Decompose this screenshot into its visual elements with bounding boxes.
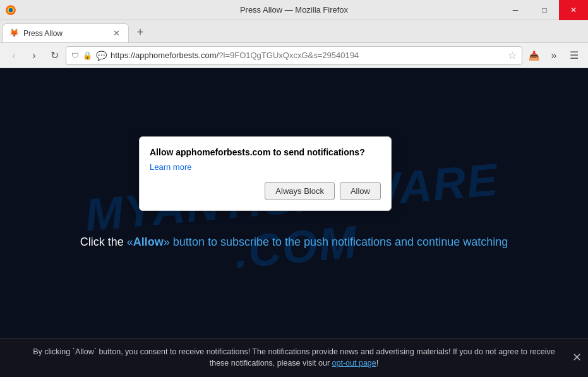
minimize-button[interactable]: ─ <box>501 0 530 20</box>
forward-icon: › <box>32 50 35 61</box>
allow-word: Allow <box>133 235 164 248</box>
bottom-text-2: these notifications, please visit our <box>210 359 332 368</box>
menu-button[interactable]: ☰ <box>565 47 583 64</box>
refresh-button[interactable]: ↻ <box>45 47 63 64</box>
close-button[interactable]: ✕ <box>559 0 588 20</box>
tab-title: Press Allow <box>23 29 107 38</box>
window-controls: ─ □ ✕ <box>501 0 588 20</box>
shield-icon: 🛡 <box>71 51 79 60</box>
bottom-text-1: By clicking `Allow` button, you consent … <box>33 347 555 356</box>
main-message: Click the «Allow» button to subscribe to… <box>59 235 529 248</box>
url-base: https://apphomeforbests.com/ <box>111 51 219 60</box>
svg-point-2 <box>9 8 13 12</box>
allow-button[interactable]: Allow <box>340 182 381 200</box>
extensions-icon: » <box>551 50 557 61</box>
notification-icon: 💬 <box>96 51 107 61</box>
opt-out-link[interactable]: opt-out page <box>332 359 376 368</box>
new-tab-button[interactable]: + <box>131 23 149 41</box>
window-title: Press Allow — Mozilla Firefox <box>240 5 348 15</box>
url-path: ?l=9FO1QgTGUxQxcxG&s=29540194 <box>219 51 359 60</box>
nav-right-buttons: 📥 » ☰ <box>525 47 583 64</box>
extensions-button[interactable]: » <box>545 47 563 64</box>
guillemet-open: « <box>127 235 133 248</box>
clicking-word: clicking <box>44 347 70 356</box>
lock-icon: 🔒 <box>83 51 92 60</box>
bottom-notification-bar: By clicking `Allow` button, you consent … <box>0 338 588 378</box>
tab-close-button[interactable]: ✕ <box>111 28 122 39</box>
back-button[interactable]: ‹ <box>5 47 23 64</box>
active-tab[interactable]: 🦊 Press Allow ✕ <box>3 23 129 42</box>
tab-bar: 🦊 Press Allow ✕ + <box>0 20 588 43</box>
firefox-icon <box>5 4 16 16</box>
pocket-button[interactable]: 📥 <box>525 47 543 64</box>
popup-question: Allow apphomeforbests.com to send notifi… <box>150 147 381 157</box>
pocket-icon: 📥 <box>529 51 539 61</box>
bottom-bar-text: By clicking `Allow` button, you consent … <box>25 346 563 370</box>
url-display: https://apphomeforbests.com/?l=9FO1QgTGU… <box>111 51 504 60</box>
bookmark-icon[interactable]: ☆ <box>508 49 517 61</box>
bottom-text-3: ! <box>376 359 378 368</box>
guillemet-close: » <box>164 235 170 248</box>
hamburger-icon: ☰ <box>570 49 579 61</box>
address-bar[interactable]: 🛡 🔒 💬 https://apphomeforbests.com/?l=9FO… <box>66 46 522 65</box>
forward-button[interactable]: › <box>25 47 43 64</box>
popup-buttons: Always Block Allow <box>150 182 381 200</box>
learn-more-link[interactable]: Learn more <box>150 162 381 172</box>
browser-window: Press Allow — Mozilla Firefox ─ □ ✕ 🦊 Pr… <box>0 0 588 377</box>
always-block-button[interactable]: Always Block <box>265 182 335 200</box>
notification-popup: Allow apphomeforbests.com to send notifi… <box>139 136 392 211</box>
content-area: MYANTISPYWARE.COM Click the «Allow» butt… <box>0 68 588 377</box>
maximize-button[interactable]: □ <box>530 0 559 20</box>
title-bar: Press Allow — Mozilla Firefox ─ □ ✕ <box>0 0 588 20</box>
nav-bar: ‹ › ↻ 🛡 🔒 💬 https://apphomeforbests.com/… <box>0 43 588 68</box>
bottom-bar-close-button[interactable]: ✕ <box>572 350 582 364</box>
refresh-icon: ↻ <box>51 49 59 61</box>
back-icon: ‹ <box>12 50 15 61</box>
watermark: MYANTISPYWARE.COM <box>0 68 588 377</box>
tab-favicon: 🦊 <box>9 28 20 39</box>
main-message-text: Click the «Allow» button to subscribe to… <box>59 235 529 248</box>
